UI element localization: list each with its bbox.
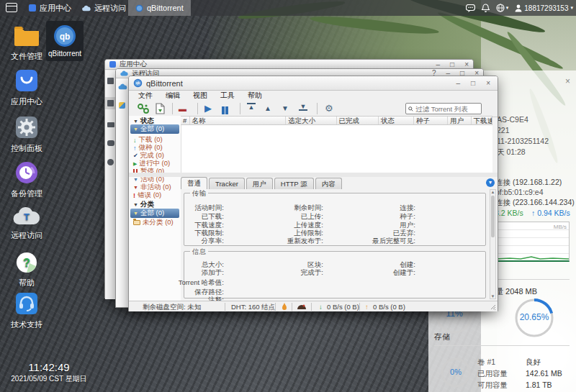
desktop-icon-control-panel[interactable]: 控制面板 xyxy=(4,116,49,154)
up-arrow-icon: ↑ xyxy=(531,209,535,217)
icon-label: 技术支持 xyxy=(4,319,49,330)
connection-status-icon[interactable] xyxy=(282,303,287,311)
globe-icon xyxy=(496,4,505,12)
menu-help[interactable]: 帮助 xyxy=(241,91,269,101)
move-down-icon[interactable]: ▼ xyxy=(282,102,289,115)
upload-arrow-icon: ↑ xyxy=(365,303,369,311)
cloud-icon xyxy=(82,5,91,12)
chart-icon[interactable] xyxy=(107,78,114,84)
upload-speed-text: ↑ 0.94 KB/s xyxy=(531,209,570,217)
volume-percent: 0% xyxy=(439,368,472,376)
tab-content[interactable]: 内容 xyxy=(315,178,342,189)
gear-icon xyxy=(4,116,49,140)
graph-unit-label: MB/s xyxy=(554,224,567,230)
collapse-panel-button[interactable]: ▾ xyxy=(486,178,495,187)
speed-limits-icon[interactable] xyxy=(297,304,307,310)
dht-nodes: DHT: 160 结点 xyxy=(231,303,275,312)
torrent-table-header[interactable]: # 名称 选定大小 已完成 状态 种子 用户 下载速 xyxy=(181,116,492,125)
window-qbittorrent: qb qBittorrent – □ × 文件 编辑 视图 工具 帮助 ▬ ▶ xyxy=(128,76,498,311)
category-all[interactable]: ▼全部 (0) xyxy=(130,209,179,218)
menu-edit[interactable]: 编辑 xyxy=(159,91,186,101)
resize-grip[interactable] xyxy=(490,304,496,310)
filter-input[interactable] xyxy=(415,105,479,113)
scroll-up-icon[interactable]: ▲ xyxy=(490,190,495,194)
close-button[interactable]: × xyxy=(486,80,490,87)
icon-label: 控制面板 xyxy=(4,143,49,154)
version-text: 221 xyxy=(497,126,510,135)
taskbar-tab-app-center[interactable]: 应用中心 xyxy=(22,0,78,16)
add-torrent-link-icon[interactable] xyxy=(138,104,149,114)
download-arrow-icon: ↓ xyxy=(319,303,323,311)
scroll-thumb[interactable] xyxy=(491,196,495,237)
resume-icon[interactable]: ▶ xyxy=(204,102,212,115)
app-center-icon xyxy=(109,61,116,68)
language-selector[interactable]: ▾ xyxy=(496,4,509,12)
add-torrent-file-icon[interactable] xyxy=(156,103,165,114)
menu-view[interactable]: 视图 xyxy=(186,91,214,101)
free-value: 1.81 TB xyxy=(526,380,552,389)
svg-text:qb: qb xyxy=(60,32,71,42)
volume-health: 良好 xyxy=(526,357,541,368)
tab-trackers[interactable]: Tracker xyxy=(209,178,245,189)
desktop-icon-file-manager[interactable]: 文件管理 xyxy=(4,25,49,62)
desktop-icon-support[interactable]: 技术支持 xyxy=(4,292,49,330)
user-icon xyxy=(515,4,522,12)
category-uncategorized[interactable]: 未分类 (0) xyxy=(130,218,179,227)
scroll-down-icon[interactable]: ▼ xyxy=(490,294,495,298)
chat-icon[interactable] xyxy=(107,140,114,146)
show-desktop-icon[interactable] xyxy=(6,3,17,12)
tab-http-sources[interactable]: HTTP 源 xyxy=(274,178,314,189)
menu-file[interactable]: 文件 xyxy=(132,91,159,101)
delete-icon[interactable]: ▬ xyxy=(179,102,186,115)
hostname-text: AS-C9E4 xyxy=(497,115,528,124)
torrent-table-body[interactable] xyxy=(181,125,492,173)
user-account-menu[interactable]: 18817293153 ▾ xyxy=(515,4,573,12)
icon-label: qBittorrent xyxy=(46,50,84,58)
move-bottom-icon[interactable]: ▼ xyxy=(299,104,307,111)
scrollbar[interactable]: ▲ ▼ xyxy=(490,189,496,299)
maximize-button[interactable]: □ xyxy=(450,61,454,68)
taskbar-tab-remote-access[interactable]: 远程访问 xyxy=(75,0,133,16)
minimize-button[interactable]: – xyxy=(456,80,461,87)
close-button[interactable]: × xyxy=(464,61,469,68)
volume-name: 卷 #1 xyxy=(477,357,495,368)
window-title: qBittorrent xyxy=(146,79,183,88)
notifications-bell-icon[interactable] xyxy=(482,4,490,12)
card-icon[interactable] xyxy=(107,122,114,127)
user-phone-number: 18817293153 xyxy=(524,4,568,12)
tab-peers[interactable]: 用户 xyxy=(246,178,273,189)
cloud-icon xyxy=(120,70,128,76)
options-gear-icon[interactable]: ⚙ xyxy=(325,102,333,115)
desktop-icon-app-center[interactable]: 应用中心 xyxy=(4,69,49,107)
chevron-down-icon: ▾ xyxy=(570,5,573,11)
desktop-icon-help[interactable]: ? 帮助 xyxy=(4,252,49,288)
toolbar: ▬ ▶ ▲ ▲ ▼ ▼ ⚙ xyxy=(129,101,498,117)
menu-tools[interactable]: 工具 xyxy=(214,91,241,101)
used-label: 已用容量 xyxy=(477,369,508,379)
taskbar-tab-qbittorrent[interactable]: qBittorrent xyxy=(128,0,191,16)
desktop-icon-remote-access[interactable]: T 远程访问 xyxy=(4,206,49,241)
cloud-icon xyxy=(118,83,127,90)
filter-all[interactable]: ▼全部 (0) xyxy=(130,124,179,134)
qbittorrent-icon: qb xyxy=(133,78,143,88)
minimize-button[interactable]: – xyxy=(436,61,441,68)
graph-series xyxy=(495,250,569,260)
close-icon[interactable]: × xyxy=(565,76,570,86)
gear-icon[interactable] xyxy=(107,159,114,165)
move-up-icon[interactable]: ▲ xyxy=(264,102,271,115)
chevron-down-icon: ▾ xyxy=(506,5,509,11)
search-icon xyxy=(408,106,413,112)
messages-icon[interactable] xyxy=(466,4,475,12)
titlebar[interactable]: qb qBittorrent – □ × xyxy=(129,76,498,91)
filter-searchbox[interactable] xyxy=(405,103,482,114)
maximize-button[interactable]: □ xyxy=(471,80,475,87)
tab-general[interactable]: 普通 xyxy=(181,177,207,189)
global-download-speed: 0 B/s (0 B) xyxy=(327,303,359,311)
move-top-icon[interactable]: ▲ xyxy=(247,103,256,110)
download-speed-text: 8.2 KB/s xyxy=(495,209,523,217)
qbt-statusbar: 剩余磁盘空间: 未知 DHT: 160 结点 ↓ 0 B/s (0 B) ↑ 0… xyxy=(129,301,498,311)
desktop-icon-backup[interactable]: 备份管理 xyxy=(4,161,49,199)
filter-errored[interactable]: !错误 (0) xyxy=(130,191,179,200)
apps-grid-icon[interactable] xyxy=(105,97,116,109)
desktop-icon-qbittorrent[interactable]: qb qBittorrent xyxy=(46,21,84,61)
